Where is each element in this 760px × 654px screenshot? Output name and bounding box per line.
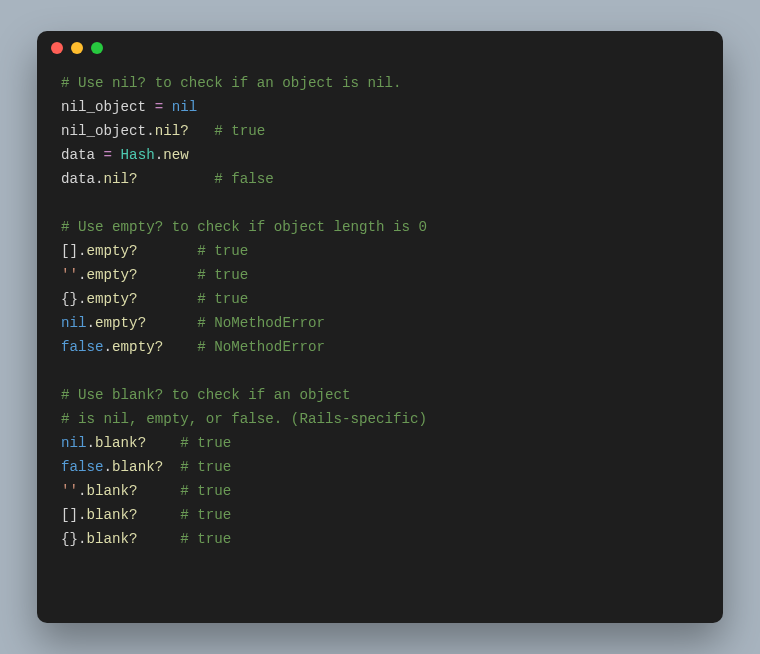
code-token-punct: [138, 267, 198, 283]
code-token-comment: # true: [180, 459, 231, 475]
code-token-comment: # Use empty? to check if object length i…: [61, 219, 427, 235]
code-token-comment: # false: [214, 171, 274, 187]
code-token-punct: {}: [61, 531, 78, 547]
code-token-ident: nil_object: [61, 99, 146, 115]
code-token-method: nil?: [155, 123, 189, 139]
code-token-punct: .: [104, 459, 113, 475]
close-icon[interactable]: [51, 42, 63, 54]
code-block: # Use nil? to check if an object is nil.…: [37, 65, 723, 571]
maximize-icon[interactable]: [91, 42, 103, 54]
code-token-method: blank?: [87, 483, 138, 499]
code-token-punct: .: [78, 267, 87, 283]
code-token-method: empty?: [112, 339, 163, 355]
code-token-punct: []: [61, 507, 78, 523]
code-line: [61, 191, 699, 215]
code-token-comment: # true: [180, 531, 231, 547]
code-line: false.empty? # NoMethodError: [61, 335, 699, 359]
code-token-punct: [138, 531, 181, 547]
code-token-punct: {}: [61, 291, 78, 307]
code-line: data.nil? # false: [61, 167, 699, 191]
code-token-method: empty?: [87, 267, 138, 283]
code-token-method: nil?: [104, 171, 138, 187]
code-token-punct: .: [87, 315, 96, 331]
code-token-punct: .: [78, 291, 87, 307]
code-token-punct: .: [95, 171, 104, 187]
code-token-punct: .: [104, 339, 113, 355]
code-line: ''.empty? # true: [61, 263, 699, 287]
code-token-keyword: false: [61, 339, 104, 355]
code-line: {}.blank? # true: [61, 527, 699, 551]
code-token-class: Hash: [121, 147, 155, 163]
code-token-keyword: false: [61, 459, 104, 475]
code-token-comment: # true: [180, 435, 231, 451]
code-token-method: new: [163, 147, 189, 163]
code-token-punct: [146, 99, 155, 115]
code-token-ident: nil_object: [61, 123, 146, 139]
code-token-string: '': [61, 483, 78, 499]
code-line: # Use nil? to check if an object is nil.: [61, 71, 699, 95]
code-token-punct: [112, 147, 121, 163]
code-line: nil.blank? # true: [61, 431, 699, 455]
code-token-method: blank?: [112, 459, 163, 475]
minimize-icon[interactable]: [71, 42, 83, 54]
code-line: nil.empty? # NoMethodError: [61, 311, 699, 335]
code-token-keyword: nil: [61, 435, 87, 451]
code-token-comment: # true: [197, 243, 248, 259]
code-token-comment: # true: [197, 267, 248, 283]
code-line: [61, 359, 699, 383]
code-token-punct: .: [78, 243, 87, 259]
code-token-punct: [138, 291, 198, 307]
code-line: [].empty? # true: [61, 239, 699, 263]
code-token-keyword: nil: [61, 315, 87, 331]
code-line: # Use blank? to check if an object: [61, 383, 699, 407]
code-token-method: empty?: [95, 315, 146, 331]
code-token-punct: [138, 243, 198, 259]
code-token-method: blank?: [87, 531, 138, 547]
code-token-ident: data: [61, 171, 95, 187]
code-token-punct: [146, 315, 197, 331]
code-line: [].blank? # true: [61, 503, 699, 527]
code-token-punct: .: [87, 435, 96, 451]
code-token-comment: # true: [197, 291, 248, 307]
code-line: {}.empty? # true: [61, 287, 699, 311]
code-token-op: =: [155, 99, 164, 115]
code-token-comment: # true: [180, 483, 231, 499]
code-token-comment: # is nil, empty, or false. (Rails-specif…: [61, 411, 427, 427]
code-token-method: blank?: [95, 435, 146, 451]
code-line: false.blank? # true: [61, 455, 699, 479]
code-token-ident: data: [61, 147, 95, 163]
code-token-comment: # true: [180, 507, 231, 523]
window-titlebar: [37, 31, 723, 65]
code-token-punct: [163, 339, 197, 355]
code-token-punct: [146, 435, 180, 451]
code-token-punct: []: [61, 243, 78, 259]
code-line: ''.blank? # true: [61, 479, 699, 503]
code-token-punct: .: [155, 147, 164, 163]
code-token-method: blank?: [87, 507, 138, 523]
code-token-comment: # NoMethodError: [197, 315, 325, 331]
code-token-method: empty?: [87, 243, 138, 259]
code-token-comment: # NoMethodError: [197, 339, 325, 355]
code-token-op: =: [104, 147, 113, 163]
code-token-punct: [163, 99, 172, 115]
code-token-punct: [138, 483, 181, 499]
code-token-comment: # Use blank? to check if an object: [61, 387, 350, 403]
code-token-punct: .: [146, 123, 155, 139]
code-token-string: '': [61, 267, 78, 283]
code-token-punct: [138, 507, 181, 523]
code-line: nil_object.nil? # true: [61, 119, 699, 143]
code-token-punct: [189, 123, 215, 139]
code-token-comment: # true: [214, 123, 265, 139]
code-line: data = Hash.new: [61, 143, 699, 167]
code-line: # is nil, empty, or false. (Rails-specif…: [61, 407, 699, 431]
code-line: nil_object = nil: [61, 95, 699, 119]
code-line: # Use empty? to check if object length i…: [61, 215, 699, 239]
code-token-punct: [163, 459, 180, 475]
code-token-punct: .: [78, 531, 87, 547]
code-token-method: empty?: [87, 291, 138, 307]
code-token-punct: .: [78, 483, 87, 499]
code-token-punct: [138, 171, 215, 187]
code-token-comment: # Use nil? to check if an object is nil.: [61, 75, 402, 91]
code-token-punct: [95, 147, 104, 163]
code-window: # Use nil? to check if an object is nil.…: [37, 31, 723, 623]
